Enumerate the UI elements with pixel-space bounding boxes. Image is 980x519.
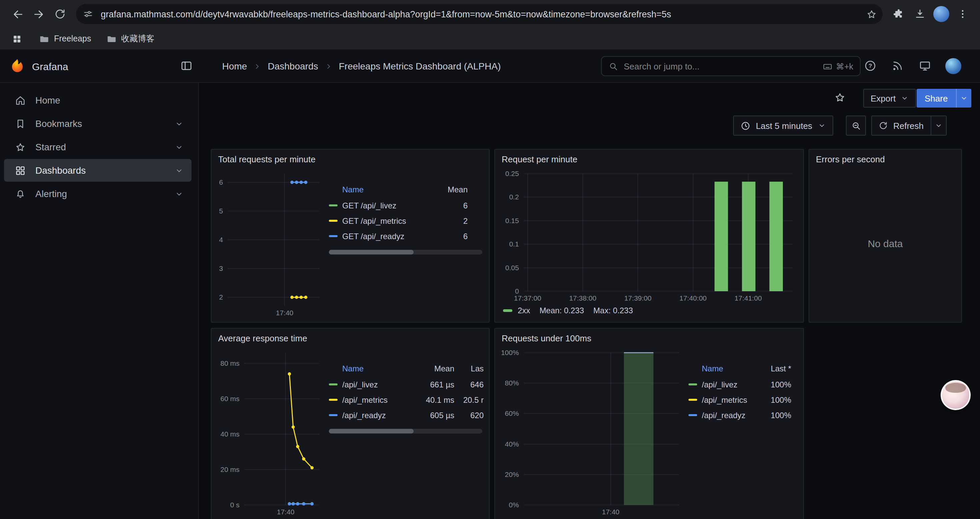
bookmark-icon bbox=[15, 118, 26, 129]
legend-scrollbar[interactable] bbox=[329, 250, 482, 254]
bookmark-item-freeleaps[interactable]: Freeleaps bbox=[39, 34, 91, 44]
series-color-swatch bbox=[329, 204, 337, 207]
bookmark-item-blog[interactable]: 收藏博客 bbox=[106, 33, 154, 45]
search-input[interactable] bbox=[624, 61, 817, 71]
chart-canvas[interactable]: 0.250.20.150.10.05017:37:0017:38:0017:39… bbox=[500, 168, 798, 303]
browser-toolbar bbox=[0, 0, 980, 28]
scrollbar-thumb[interactable] bbox=[329, 429, 413, 433]
panel-total-requests-per-minute: Total requests per minute 6543217:40 Nam… bbox=[211, 149, 490, 323]
sidebar-item-starred[interactable]: Starred bbox=[4, 136, 191, 158]
legend-header-mean[interactable]: Mean bbox=[415, 364, 454, 374]
series-name[interactable]: 2xx bbox=[518, 306, 530, 315]
reload-button[interactable] bbox=[49, 3, 71, 25]
legend-header-last[interactable]: Last * bbox=[758, 364, 791, 374]
apps-grid-icon[interactable] bbox=[10, 31, 24, 46]
series-name: GET /api/_metrics bbox=[342, 216, 429, 225]
breadcrumb-home[interactable]: Home bbox=[222, 61, 247, 72]
series-mean: 605 µs bbox=[415, 410, 454, 420]
grafana-logo[interactable] bbox=[10, 58, 25, 74]
svg-text:2: 2 bbox=[219, 293, 223, 301]
search-icon bbox=[608, 61, 619, 71]
legend-header-name[interactable]: Name bbox=[702, 364, 758, 374]
legend-scrollbar[interactable] bbox=[329, 429, 482, 433]
series-last: 100% bbox=[758, 380, 791, 389]
url-input[interactable] bbox=[97, 9, 862, 19]
legend-header-name[interactable]: Name bbox=[342, 364, 415, 374]
bookmark-star-icon[interactable] bbox=[862, 5, 880, 23]
share-label[interactable]: Share bbox=[916, 89, 956, 107]
chart-canvas[interactable]: 6543217:40 bbox=[217, 168, 325, 318]
panel-legend: 2xx Mean: 0.233 Max: 0.233 bbox=[500, 303, 798, 318]
series-mean: 661 µs bbox=[415, 380, 454, 389]
help-icon[interactable]: ? bbox=[864, 59, 877, 75]
legend-row[interactable]: /api/_metrics 40.1 ms 20.5 r bbox=[329, 392, 484, 407]
sidebar-item-alerting[interactable]: Alerting bbox=[4, 182, 191, 205]
series-mean: 6 bbox=[429, 232, 468, 241]
url-bar[interactable] bbox=[76, 4, 883, 24]
time-range-label: Last 5 minutes bbox=[756, 121, 812, 131]
time-range-picker[interactable]: Last 5 minutes bbox=[733, 115, 833, 136]
legend-row[interactable]: /api/_readyz 605 µs 620 bbox=[329, 407, 484, 423]
panel-title[interactable]: Errors per second bbox=[809, 150, 961, 168]
chart-canvas[interactable]: 80 ms60 ms40 ms20 ms0 s17:40 bbox=[217, 347, 325, 517]
svg-text:0 s: 0 s bbox=[230, 501, 240, 509]
zoom-out-button[interactable] bbox=[846, 115, 866, 136]
extensions-icon[interactable] bbox=[888, 3, 909, 25]
chevron-down-icon[interactable] bbox=[175, 166, 183, 175]
sidebar-item-dashboards[interactable]: Dashboards bbox=[4, 159, 191, 182]
user-avatar[interactable] bbox=[945, 58, 961, 74]
legend-row[interactable]: /api/_metrics 100% bbox=[689, 392, 798, 407]
browser-profile-avatar[interactable] bbox=[933, 6, 949, 22]
site-info-icon[interactable] bbox=[80, 5, 97, 23]
monitor-icon[interactable] bbox=[919, 59, 931, 75]
legend-row[interactable]: /api/_readyz 100% bbox=[689, 407, 798, 423]
share-button[interactable]: Share bbox=[916, 89, 971, 107]
breadcrumb: Home Dashboards Freeleaps Metrics Dashbo… bbox=[222, 50, 501, 83]
sidebar-item-home[interactable]: Home bbox=[4, 89, 191, 112]
legend-row[interactable]: GET /api/_livez 6 bbox=[329, 198, 484, 213]
panel-title[interactable]: Requests under 100ms bbox=[495, 329, 803, 347]
legend-header-last[interactable]: Las bbox=[454, 364, 484, 374]
chevron-down-icon[interactable] bbox=[175, 143, 183, 151]
browser-menu-icon[interactable] bbox=[952, 3, 973, 25]
panel-legend: Name Mean Las /api/_livez 661 µs 646 /ap… bbox=[325, 347, 484, 517]
series-name: /api/_livez bbox=[342, 380, 415, 389]
svg-text:17:38:00: 17:38:00 bbox=[569, 294, 597, 302]
chevron-down-icon[interactable] bbox=[175, 119, 183, 128]
refresh-interval-caret[interactable] bbox=[930, 116, 946, 135]
news-rss-icon[interactable] bbox=[891, 59, 904, 75]
legend-row[interactable]: GET /api/_metrics 2 bbox=[329, 213, 484, 228]
legend-row[interactable]: /api/_livez 661 µs 646 bbox=[329, 377, 484, 392]
assistant-avatar-button[interactable] bbox=[941, 380, 970, 410]
chart-canvas[interactable]: 100%80%60%40%20%0%17:40 bbox=[500, 347, 684, 517]
forward-button[interactable] bbox=[28, 3, 49, 25]
panel-title[interactable]: Average response time bbox=[212, 329, 489, 347]
search-shortcut: ⌘+k bbox=[822, 61, 853, 71]
refresh-button[interactable]: Refresh bbox=[871, 115, 946, 136]
dashboard-area: Export Share Last 5 minutes Refresh bbox=[199, 83, 980, 519]
svg-text:17:40: 17:40 bbox=[277, 508, 294, 516]
refresh-main[interactable]: Refresh bbox=[872, 116, 930, 135]
panel-title[interactable]: Request per minute bbox=[495, 150, 803, 168]
sidebar-toggle-icon[interactable] bbox=[180, 59, 193, 75]
favorite-dashboard-star-icon[interactable] bbox=[834, 91, 846, 106]
sidebar-item-label: Dashboards bbox=[35, 165, 165, 176]
bookmarks-bar: Freeleaps 收藏博客 bbox=[0, 28, 980, 50]
panel-title[interactable]: Total requests per minute bbox=[212, 150, 489, 168]
download-icon[interactable] bbox=[909, 3, 931, 25]
export-button[interactable]: Export bbox=[863, 89, 916, 107]
keyboard-icon bbox=[822, 61, 832, 71]
legend-header-mean[interactable]: Mean bbox=[429, 185, 468, 194]
legend-row[interactable]: GET /api/_readyz 6 bbox=[329, 228, 484, 244]
scrollbar-thumb[interactable] bbox=[329, 250, 413, 254]
breadcrumb-dashboards[interactable]: Dashboards bbox=[268, 61, 318, 72]
legend-row[interactable]: /api/_livez 100% bbox=[689, 377, 798, 392]
back-button[interactable] bbox=[7, 3, 28, 25]
sidebar-item-bookmarks[interactable]: Bookmarks bbox=[4, 112, 191, 135]
search-box[interactable]: ⌘+k bbox=[601, 56, 861, 76]
series-name: /api/_metrics bbox=[702, 395, 758, 404]
legend-header-name[interactable]: Name bbox=[342, 185, 429, 194]
share-caret-button[interactable] bbox=[956, 89, 971, 107]
series-color-swatch bbox=[329, 414, 337, 417]
chevron-down-icon[interactable] bbox=[175, 189, 183, 198]
